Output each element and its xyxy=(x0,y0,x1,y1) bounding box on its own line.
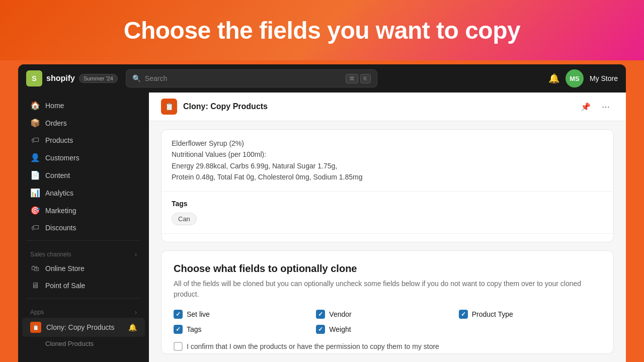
app-bell-icon[interactable]: 🔔 xyxy=(128,323,137,331)
checkmark-icon: ✓ xyxy=(176,311,181,318)
search-shortcuts: ⌘ K xyxy=(346,74,371,83)
header-right: 🔔 MS My Store xyxy=(548,69,618,87)
product-preview-card: Elderflower Syrup (2%) Nutritional Value… xyxy=(161,129,614,242)
sidebar-item-label: Products xyxy=(45,136,73,144)
sidebar-item-label: Home xyxy=(45,102,64,110)
field-vendor: ✓ Vendor xyxy=(316,310,458,319)
marketing-icon: 🎯 xyxy=(30,206,40,215)
sidebar-item-discounts[interactable]: 🏷 Discounts xyxy=(22,219,145,236)
pos-icon: 🖥 xyxy=(30,281,40,290)
sidebar-sub-cloned-products[interactable]: Cloned Products xyxy=(22,337,145,350)
clone-description: All of the fields will be cloned but you… xyxy=(174,279,601,300)
see-more-link[interactable]: See more details xyxy=(162,233,613,243)
nutritional-line2: Nutritional Values (per 100ml): xyxy=(172,149,603,160)
logo-letter: S xyxy=(32,74,36,82)
app-header-title: Clony: Copy Products xyxy=(183,102,268,111)
logo-area: S shopify Summer '24 xyxy=(26,70,118,86)
sidebar-item-point-of-sale[interactable]: 🖥 Point of Sale xyxy=(22,277,145,294)
app-header-icon-box: 📋 xyxy=(161,99,177,115)
orders-icon: 📦 xyxy=(30,118,40,128)
field-label-vendor: Vendor xyxy=(329,310,351,318)
store-name-label: My Store xyxy=(590,74,618,82)
sidebar-item-label: Content xyxy=(45,171,70,179)
avatar[interactable]: MS xyxy=(566,69,584,87)
checkbox-vendor[interactable]: ✓ xyxy=(316,310,325,319)
home-icon: 🏠 xyxy=(30,101,40,110)
clony-app-icon: 📋 xyxy=(30,322,41,333)
checkbox-confirm[interactable] xyxy=(174,342,183,351)
field-label-product-type: Product Type xyxy=(472,310,513,318)
tags-section: Tags Can xyxy=(162,191,613,233)
analytics-icon: 📊 xyxy=(30,188,40,198)
sidebar-divider-2 xyxy=(26,298,141,299)
cloned-products-label: Cloned Products xyxy=(45,340,94,347)
nutritional-line1: Elderflower Syrup (2%) xyxy=(172,138,603,149)
products-icon: 🏷 xyxy=(30,136,40,145)
nutritional-line4: Protein 0.48g, Total Fat 0g, Cholesterol… xyxy=(172,171,603,183)
checkbox-weight[interactable]: ✓ xyxy=(316,325,325,334)
app-header-actions: 📌 ⋯ xyxy=(578,99,614,115)
checkmark-icon-weight: ✓ xyxy=(318,326,323,333)
fields-row-2: ✓ Tags ✓ Weight xyxy=(174,325,601,334)
fields-row-1: ✓ Set live ✓ Vendor ✓ xyxy=(174,310,601,319)
sidebar: 🏠 Home 📦 Orders 🏷 Products 👤 Customers 📄… xyxy=(18,93,149,362)
field-set-live: ✓ Set live xyxy=(174,310,316,319)
sidebar-item-orders[interactable]: 📦 Orders xyxy=(22,114,145,132)
discounts-icon: 🏷 xyxy=(30,223,40,232)
sidebar-item-label: Point of Sale xyxy=(45,282,85,290)
search-icon: 🔍 xyxy=(132,74,141,82)
sidebar-item-analytics[interactable]: 📊 Analytics xyxy=(22,184,145,202)
sidebar-divider-1 xyxy=(26,240,141,241)
field-weight: ✓ Weight xyxy=(316,325,458,334)
shortcut-k: K xyxy=(360,74,371,83)
content-area: 📋 Clony: Copy Products 📌 ⋯ Elderflower S… xyxy=(149,93,626,362)
content-icon: 📄 xyxy=(30,170,40,180)
search-bar[interactable]: 🔍 Search ⌘ K xyxy=(126,69,377,87)
sidebar-item-products[interactable]: 🏷 Products xyxy=(22,132,145,149)
checkmark-icon-vendor: ✓ xyxy=(318,311,323,318)
checkmark-icon-product-type: ✓ xyxy=(461,311,466,318)
field-tags: ✓ Tags xyxy=(174,325,316,334)
confirm-row: I confirm that I own the products or hav… xyxy=(174,342,601,351)
sidebar-item-online-store[interactable]: 🛍 Online Store xyxy=(22,260,145,277)
online-store-icon: 🛍 xyxy=(30,264,40,273)
field-label-weight: Weight xyxy=(329,325,351,333)
checkbox-set-live[interactable]: ✓ xyxy=(174,310,183,319)
content-scroll: Elderflower Syrup (2%) Nutritional Value… xyxy=(149,121,626,362)
clone-options-card: Choose what fields to optionally clone A… xyxy=(161,250,614,354)
sidebar-item-home[interactable]: 🏠 Home xyxy=(22,97,145,114)
field-label-set-live: Set live xyxy=(187,310,210,318)
app-header-bar: 📋 Clony: Copy Products 📌 ⋯ xyxy=(149,93,626,121)
search-placeholder: Search xyxy=(145,74,167,82)
more-options-button[interactable]: ⋯ xyxy=(598,99,614,115)
sidebar-item-label: Orders xyxy=(45,119,67,127)
apps-section: Apps › xyxy=(18,303,149,318)
notification-bell-icon[interactable]: 🔔 xyxy=(548,73,559,84)
shopify-logo: S xyxy=(26,70,42,86)
sidebar-item-label: Analytics xyxy=(45,189,73,197)
banner-title: Choose the fields you want to copy xyxy=(124,17,520,44)
sidebar-item-marketing[interactable]: 🎯 Marketing xyxy=(22,202,145,219)
sidebar-item-customers[interactable]: 👤 Customers xyxy=(22,149,145,166)
sidebar-item-label: Customers xyxy=(45,154,79,162)
checkbox-product-type[interactable]: ✓ xyxy=(459,310,468,319)
sidebar-item-content[interactable]: 📄 Content xyxy=(22,166,145,184)
checkbox-tags[interactable]: ✓ xyxy=(174,325,183,334)
clone-title: Choose what fields to optionally clone xyxy=(174,263,601,275)
sidebar-item-label: Discounts xyxy=(45,224,76,232)
shopify-wordmark: shopify xyxy=(46,74,75,83)
version-badge: Summer '24 xyxy=(79,74,118,83)
sidebar-item-clony-app[interactable]: 📋 Clony: Copy Products 🔔 xyxy=(22,318,145,337)
sidebar-item-label: Online Store xyxy=(45,264,85,273)
main-layout: 🏠 Home 📦 Orders 🏷 Products 👤 Customers 📄… xyxy=(18,93,626,362)
app-window: S shopify Summer '24 🔍 Search ⌘ K 🔔 MS M… xyxy=(18,64,626,362)
nutritional-info: Elderflower Syrup (2%) Nutritional Value… xyxy=(162,130,613,191)
nutritional-line3: Energy 29.88kcal, Carbs 6.99g, Natural S… xyxy=(172,160,603,171)
clony-icon-emoji: 📋 xyxy=(33,325,39,330)
chevron-right-icon-apps: › xyxy=(135,309,137,316)
app-header-emoji: 📋 xyxy=(165,103,174,111)
pin-button[interactable]: 📌 xyxy=(578,99,594,115)
tags-label: Tags xyxy=(172,200,603,208)
tag-badge: Can xyxy=(172,213,197,225)
customers-icon: 👤 xyxy=(30,153,40,162)
